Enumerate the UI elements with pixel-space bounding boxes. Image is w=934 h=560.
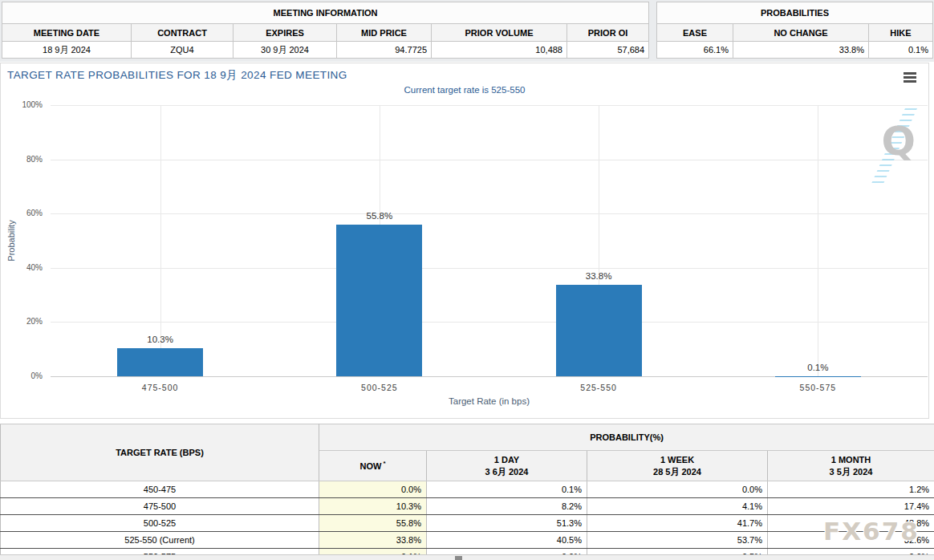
probabilities-title-row: PROBABILITIES [657,2,933,24]
column-header: HIKE [869,24,933,42]
bar-value-label: 33.8% [558,271,639,281]
probability-value: 53.7% [587,532,768,549]
fx678-watermark: FX678 [823,517,920,546]
column-header: CONTRACT [132,24,234,42]
bar-475-500 [117,348,203,376]
bar-value-label: 0.1% [778,363,858,372]
column-header: PRIOR VOLUME [432,24,567,42]
probabilities-summary-table: PROBABILITIES EASENO CHANGEHIKE 66.1%33.… [656,2,933,59]
gridline [818,105,818,376]
bar-value-label: 10.3% [120,335,201,344]
y-tick-label: 40% [26,263,43,272]
y-axis-title: Probability [6,105,18,376]
probability-value: 17.4% [768,498,934,515]
meeting-information-header-row: MEETING DATECONTRACTEXPIRESMID PRICEPRIO… [2,24,649,42]
bar-value-label: 55.8% [339,211,420,221]
probability-value: 8.2% [427,498,587,515]
value-cell: ZQU4 [132,42,234,59]
value-cell: 57,684 [567,42,649,59]
column-header: MID PRICE [337,24,432,42]
plot-area: 10.3%55.8%33.8%0.1% [51,105,928,377]
bar-525-550 [556,285,642,376]
probability-value: 33.8% [319,532,427,549]
column-header: MEETING DATE [2,24,132,42]
target-rate-chart-panel: TARGET RATE PROBABILITIES FOR 18 9月 2024… [0,63,929,419]
group-header-row: TARGET RATE (BPS) PROBABILITY(%) [1,424,934,451]
column-header: 1 DAY3 6月 2024 [427,451,587,481]
value-cell: 66.1% [657,42,733,59]
column-header: EXPIRES [234,24,337,42]
probability-value: 0.1% [427,481,587,498]
footer-mark [455,556,462,560]
chart-subtitle: Current target rate is 525-550 [1,85,928,95]
value-cell: 10,488 [432,42,567,59]
meeting-information-title: MEETING INFORMATION [2,2,649,24]
column-header: NO CHANGE [733,24,869,42]
value-cell: 0.1% [869,42,933,59]
column-header: 1 WEEK28 5月 2024 [587,451,768,481]
x-tick-label: 550-575 [770,383,866,392]
column-header: 1 MONTH3 5月 2024 [768,451,934,481]
target-rate-label: 450-475 [1,481,319,498]
value-cell: 18 9月 2024 [2,42,132,59]
column-header: PRIOR OI [567,24,649,42]
y-tick-label: 20% [26,317,43,326]
chart-title: TARGET RATE PROBABILITIES FOR 18 9月 2024… [7,68,347,83]
value-cell: 33.8% [733,42,869,59]
y-tick-label: 60% [26,209,43,217]
target-rate-label: 500-525 [1,515,319,532]
probabilities-value-row: 66.1%33.8%0.1% [657,42,933,59]
probabilities-header-row: EASENO CHANGEHIKE [657,24,933,42]
table-row: 500-52555.8%51.3%41.7%48.8% [1,515,934,532]
top-info-strip: MEETING INFORMATION MEETING DATECONTRACT… [0,0,934,62]
column-header: EASE [657,24,733,42]
probability-value: 0.0% [587,481,768,498]
gridline [51,268,928,269]
probability-group-header: PROBABILITY(%) [319,424,934,451]
column-header: NOW* [319,451,427,481]
meeting-information-value-row: 18 9月 2024ZQU430 9月 202494.772510,48857,… [2,42,649,59]
probability-value: 1.2% [768,481,934,498]
probability-value: 40.5% [427,532,587,549]
value-cell: 94.7725 [337,42,432,59]
probabilities-title: PROBABILITIES [657,2,933,24]
meeting-information-table: MEETING INFORMATION MEETING DATECONTRACT… [2,2,649,59]
y-tick-label: 80% [26,155,43,164]
probability-value: 0.0% [319,481,427,498]
probability-value: 10.3% [319,498,427,515]
x-tick-label: 475-500 [112,383,209,392]
probability-value: 55.8% [319,515,427,532]
value-cell: 30 9月 2024 [234,42,337,59]
gridline [51,160,928,160]
probability-value: 51.3% [427,515,587,532]
probability-value: 4.1% [587,498,768,515]
gridline [51,105,928,106]
target-rate-label: 525-550 (Current) [1,532,319,549]
x-tick-label: 500-525 [331,383,428,392]
y-tick-label: 0% [31,371,43,380]
chart-menu-icon[interactable] [904,72,916,84]
target-rate-bps-header: TARGET RATE (BPS) [1,424,319,481]
gridline [51,322,928,323]
y-tick-label: 100% [22,100,43,109]
x-axis-title: Target Rate (in bps) [51,396,928,406]
target-rate-label: 475-500 [1,498,319,515]
table-row: 450-4750.0%0.1%0.0%1.2% [1,481,934,498]
probability-history-table: TARGET RATE (BPS) PROBABILITY(%) NOW*1 D… [0,424,934,560]
x-tick-label: 525-550 [550,383,647,392]
table-footer-strip [0,554,934,560]
bar-500-525 [336,225,422,376]
table-row: 525-550 (Current)33.8%40.5%53.7%32.6% [1,532,934,549]
meeting-information-title-row: MEETING INFORMATION [2,2,649,24]
logo-letter: Q [881,121,916,161]
probability-value: 41.7% [587,515,768,532]
gridline [51,213,928,214]
table-row: 475-50010.3%8.2%4.1%17.4% [1,498,934,515]
quikstrike-logo-watermark: Q [871,108,917,185]
